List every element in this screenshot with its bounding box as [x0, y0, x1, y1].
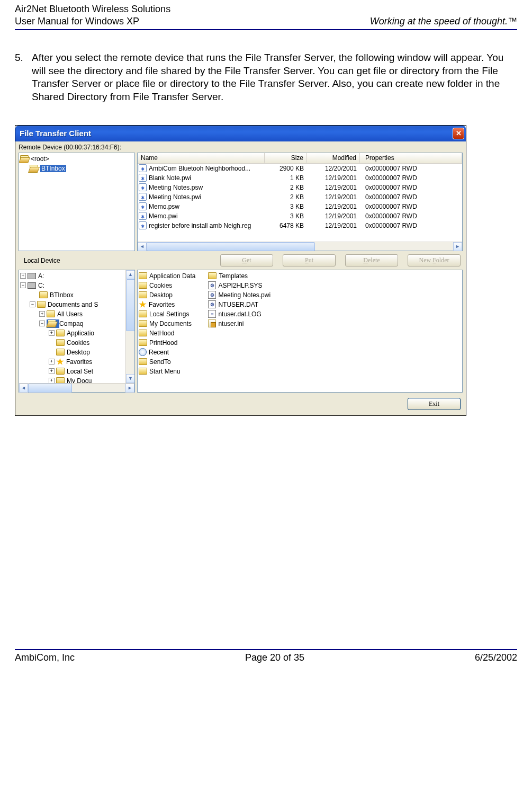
item-label: Cookies	[149, 282, 172, 289]
folder-icon	[139, 310, 147, 317]
table-row[interactable]: ⁎register before install amb Neigh.reg64…	[138, 221, 462, 230]
col-properties[interactable]: Properties	[360, 153, 462, 163]
list-item[interactable]: Cookies	[139, 281, 195, 290]
footer-center: Page 20 of 35	[245, 652, 304, 663]
folder-compaq[interactable]: Compaq	[59, 320, 83, 327]
folder-cookies[interactable]: Cookies	[67, 339, 89, 346]
local-file-list[interactable]: Application DataCookiesDesktopFavoritesL…	[137, 270, 463, 393]
titlebar[interactable]: File Transfer Client ✕	[15, 126, 466, 141]
list-item[interactable]: Local Settings	[139, 309, 195, 319]
drive-icon	[28, 273, 36, 279]
scroll-down-icon[interactable]: ▼	[126, 374, 134, 383]
file-modified: 12/19/2001	[307, 212, 360, 220]
table-row[interactable]: ⁎AmbiCom Bluetooh Neighborhood...2900 KB…	[138, 164, 462, 173]
folder-btinbox[interactable]: BTInbox	[50, 291, 74, 299]
v-scrollbar[interactable]: ▲ ▼	[125, 270, 134, 383]
list-item[interactable]: SendTo	[139, 357, 195, 367]
list-item[interactable]: ⚙Meeting Notes.pwi	[208, 290, 270, 300]
close-button[interactable]: ✕	[453, 128, 464, 139]
list-item[interactable]: NetHood	[139, 328, 195, 338]
folder-icon	[139, 282, 147, 289]
file-size: 2900 KB	[265, 165, 307, 172]
expander-icon[interactable]: −	[39, 321, 45, 326]
item-label: Templates	[219, 272, 248, 280]
list-item[interactable]: ≡ntuser.dat.LOG	[208, 309, 270, 319]
file-modified: 12/20/2001	[307, 165, 360, 172]
list-item[interactable]: PrintHood	[139, 338, 195, 348]
item-label: Local Settings	[149, 310, 189, 318]
list-item[interactable]: Desktop	[139, 290, 195, 300]
item-label: Favorites	[149, 301, 175, 308]
scroll-left-icon[interactable]: ◄	[138, 242, 147, 251]
list-item[interactable]: Start Menu	[139, 367, 195, 376]
expander-icon[interactable]: +	[20, 273, 26, 279]
folder-applicatio[interactable]: Applicatio	[67, 330, 94, 337]
col-name[interactable]: Name	[138, 153, 265, 163]
folder-icon	[56, 368, 65, 375]
folder-allusers[interactable]: All Users	[57, 310, 83, 318]
list-item[interactable]: My Documents	[139, 319, 195, 328]
folder-localset[interactable]: Local Set	[67, 368, 93, 375]
table-row[interactable]: ⁎Memo.pwi3 KB12/19/20010x00000007 RWD	[138, 211, 462, 221]
system-file-icon: ⚙	[208, 291, 216, 299]
folder-docs[interactable]: Documents and S	[48, 301, 98, 308]
star-icon	[139, 301, 147, 308]
bluetooth-icon: ⁎	[139, 212, 147, 220]
list-item[interactable]: Templates	[208, 271, 270, 281]
bluetooth-icon: ⁎	[139, 193, 147, 201]
list-item[interactable]: ⚙NTUSER.DAT	[208, 300, 270, 309]
table-row[interactable]: ⁎Blank Note.pwi1 KB12/19/20010x00000007 …	[138, 173, 462, 183]
drive-c[interactable]: C:	[38, 282, 44, 289]
list-item[interactable]: ntuser.ini	[208, 319, 270, 328]
list-item[interactable]: ⚙ASPI2HLP.SYS	[208, 281, 270, 290]
window-title: File Transfer Client	[20, 129, 91, 138]
expander-icon[interactable]: −	[20, 282, 26, 288]
put-button[interactable]: Put	[283, 254, 336, 266]
item-label: NTUSER.DAT	[218, 301, 258, 308]
exit-button[interactable]: Exit	[408, 398, 461, 410]
expander-icon[interactable]: +	[39, 311, 45, 317]
folder-favorites[interactable]: Favorites	[66, 358, 92, 366]
h-scrollbar[interactable]: ◄ ►	[19, 383, 134, 392]
scroll-up-icon[interactable]: ▲	[126, 270, 134, 279]
step-text: After you select the remote device that …	[32, 51, 517, 104]
bluetooth-icon: ⁎	[139, 183, 147, 191]
folder-desktop[interactable]: Desktop	[67, 349, 90, 356]
window: File Transfer Client ✕ Remote Device (00…	[15, 125, 466, 416]
new-folder-button[interactable]: New Folder	[408, 254, 461, 266]
get-button[interactable]: Get	[220, 254, 273, 266]
remote-tree[interactable]: <root> BTInbox	[19, 153, 135, 251]
remote-file-list[interactable]: Name Size Modified Properties ⁎AmbiCom B…	[137, 153, 463, 251]
table-row[interactable]: ⁎Meeting Notes.pwi2 KB12/19/20010x000000…	[138, 192, 462, 202]
header-line2: User Manual for Windows XP	[15, 15, 170, 28]
tree-selected-item[interactable]: BTInbox	[40, 165, 66, 172]
table-row[interactable]: ⁎Memo.psw3 KB12/19/20010x00000007 RWD	[138, 202, 462, 211]
folder-open-icon	[20, 155, 29, 162]
table-row[interactable]: ⁎Meeting Notes.psw2 KB12/19/20010x000000…	[138, 183, 462, 192]
scroll-right-icon[interactable]: ►	[453, 242, 462, 251]
col-modified[interactable]: Modified	[307, 153, 360, 163]
scroll-right-icon[interactable]: ►	[125, 384, 134, 393]
drive-a[interactable]: A:	[38, 272, 44, 280]
item-label: PrintHood	[149, 339, 177, 346]
column-headers[interactable]: Name Size Modified Properties	[138, 153, 462, 164]
doc-header: Air2Net Bluetooth Wireless Solutions Use…	[15, 0, 517, 30]
expander-icon[interactable]: +	[49, 368, 55, 374]
step-paragraph: 5. After you select the remote device th…	[15, 51, 517, 104]
expander-icon[interactable]: +	[49, 378, 55, 383]
scroll-left-icon[interactable]: ◄	[19, 384, 28, 393]
h-scrollbar[interactable]: ◄ ►	[138, 242, 462, 251]
list-item[interactable]: Application Data	[139, 271, 195, 281]
bluetooth-icon: ⁎	[139, 221, 147, 229]
list-item[interactable]: Favorites	[139, 300, 195, 309]
delete-button[interactable]: Delete	[345, 254, 398, 266]
local-tree[interactable]: +A: −C: BTInbox −Documents and S +All Us…	[19, 270, 135, 393]
expander-icon[interactable]: +	[49, 330, 55, 336]
folder-icon	[37, 301, 46, 308]
item-label: Meeting Notes.pwi	[218, 291, 270, 299]
col-size[interactable]: Size	[265, 153, 307, 163]
expander-icon[interactable]: −	[30, 301, 35, 307]
folder-mydocu[interactable]: My Docu	[67, 377, 92, 383]
expander-icon[interactable]: +	[49, 359, 55, 365]
list-item[interactable]: Recent	[139, 348, 195, 357]
